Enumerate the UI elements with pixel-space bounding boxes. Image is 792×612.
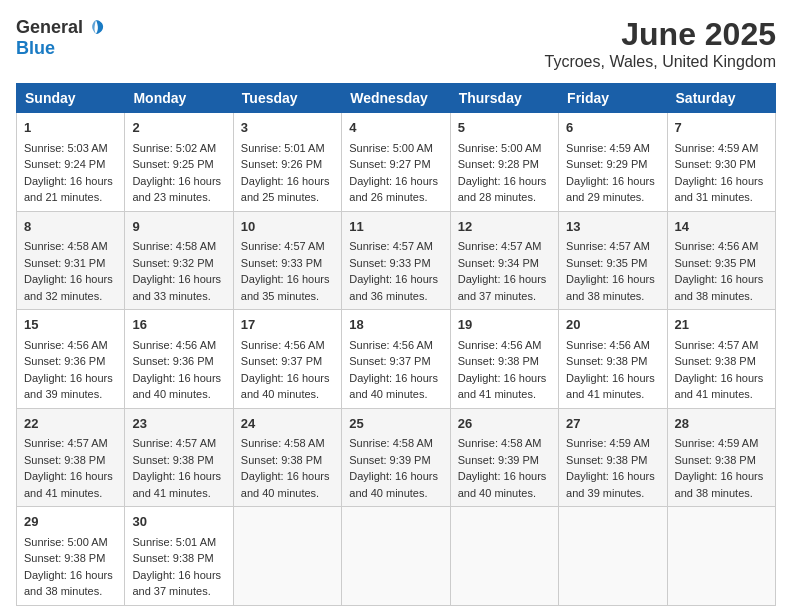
calendar-cell: 1Sunrise: 5:03 AMSunset: 9:24 PMDaylight… <box>17 113 125 212</box>
sunrise-text: Sunrise: 4:56 AM <box>132 339 216 351</box>
daylight-text: Daylight: 16 hours and 39 minutes. <box>566 470 655 499</box>
calendar-cell: 29Sunrise: 5:00 AMSunset: 9:38 PMDayligh… <box>17 507 125 606</box>
daylight-text: Daylight: 16 hours and 38 minutes. <box>675 470 764 499</box>
day-number: 22 <box>24 414 117 434</box>
sunset-text: Sunset: 9:27 PM <box>349 158 430 170</box>
calendar-cell: 16Sunrise: 4:56 AMSunset: 9:36 PMDayligh… <box>125 310 233 409</box>
calendar-cell: 20Sunrise: 4:56 AMSunset: 9:38 PMDayligh… <box>559 310 667 409</box>
sunrise-text: Sunrise: 5:03 AM <box>24 142 108 154</box>
sunrise-text: Sunrise: 4:59 AM <box>675 142 759 154</box>
header-thursday: Thursday <box>450 84 558 113</box>
sunset-text: Sunset: 9:38 PM <box>24 552 105 564</box>
daylight-text: Daylight: 16 hours and 35 minutes. <box>241 273 330 302</box>
day-number: 10 <box>241 217 334 237</box>
sunrise-text: Sunrise: 5:02 AM <box>132 142 216 154</box>
daylight-text: Daylight: 16 hours and 41 minutes. <box>132 470 221 499</box>
calendar-cell: 22Sunrise: 4:57 AMSunset: 9:38 PMDayligh… <box>17 408 125 507</box>
sunrise-text: Sunrise: 4:56 AM <box>241 339 325 351</box>
calendar-cell: 2Sunrise: 5:02 AMSunset: 9:25 PMDaylight… <box>125 113 233 212</box>
sunset-text: Sunset: 9:38 PM <box>566 454 647 466</box>
sunset-text: Sunset: 9:24 PM <box>24 158 105 170</box>
calendar-cell: 13Sunrise: 4:57 AMSunset: 9:35 PMDayligh… <box>559 211 667 310</box>
header-tuesday: Tuesday <box>233 84 341 113</box>
sunrise-text: Sunrise: 4:59 AM <box>566 142 650 154</box>
daylight-text: Daylight: 16 hours and 36 minutes. <box>349 273 438 302</box>
location-title: Tycroes, Wales, United Kingdom <box>545 53 777 71</box>
daylight-text: Daylight: 16 hours and 37 minutes. <box>458 273 547 302</box>
sunset-text: Sunset: 9:29 PM <box>566 158 647 170</box>
sunset-text: Sunset: 9:33 PM <box>241 257 322 269</box>
day-number: 27 <box>566 414 659 434</box>
header: General Blue June 2025 Tycroes, Wales, U… <box>16 16 776 71</box>
calendar-cell: 24Sunrise: 4:58 AMSunset: 9:38 PMDayligh… <box>233 408 341 507</box>
calendar-cell <box>450 507 558 606</box>
calendar-week-row: 29Sunrise: 5:00 AMSunset: 9:38 PMDayligh… <box>17 507 776 606</box>
sunset-text: Sunset: 9:38 PM <box>241 454 322 466</box>
calendar-cell: 15Sunrise: 4:56 AMSunset: 9:36 PMDayligh… <box>17 310 125 409</box>
calendar-week-row: 22Sunrise: 4:57 AMSunset: 9:38 PMDayligh… <box>17 408 776 507</box>
day-number: 12 <box>458 217 551 237</box>
day-number: 3 <box>241 118 334 138</box>
sunrise-text: Sunrise: 5:00 AM <box>458 142 542 154</box>
daylight-text: Daylight: 16 hours and 21 minutes. <box>24 175 113 204</box>
sunrise-text: Sunrise: 5:00 AM <box>349 142 433 154</box>
sunrise-text: Sunrise: 4:57 AM <box>132 437 216 449</box>
sunset-text: Sunset: 9:34 PM <box>458 257 539 269</box>
day-number: 8 <box>24 217 117 237</box>
calendar-cell: 21Sunrise: 4:57 AMSunset: 9:38 PMDayligh… <box>667 310 775 409</box>
sunrise-text: Sunrise: 5:01 AM <box>241 142 325 154</box>
logo: General Blue <box>16 16 107 59</box>
daylight-text: Daylight: 16 hours and 25 minutes. <box>241 175 330 204</box>
calendar-cell: 30Sunrise: 5:01 AMSunset: 9:38 PMDayligh… <box>125 507 233 606</box>
daylight-text: Daylight: 16 hours and 39 minutes. <box>24 372 113 401</box>
day-number: 20 <box>566 315 659 335</box>
sunset-text: Sunset: 9:37 PM <box>241 355 322 367</box>
calendar-cell: 6Sunrise: 4:59 AMSunset: 9:29 PMDaylight… <box>559 113 667 212</box>
title-section: June 2025 Tycroes, Wales, United Kingdom <box>545 16 777 71</box>
sunset-text: Sunset: 9:35 PM <box>675 257 756 269</box>
sunrise-text: Sunrise: 4:56 AM <box>566 339 650 351</box>
header-wednesday: Wednesday <box>342 84 450 113</box>
day-number: 30 <box>132 512 225 532</box>
day-number: 29 <box>24 512 117 532</box>
day-number: 15 <box>24 315 117 335</box>
daylight-text: Daylight: 16 hours and 41 minutes. <box>24 470 113 499</box>
sunset-text: Sunset: 9:26 PM <box>241 158 322 170</box>
day-number: 9 <box>132 217 225 237</box>
sunset-text: Sunset: 9:38 PM <box>132 552 213 564</box>
calendar-cell: 28Sunrise: 4:59 AMSunset: 9:38 PMDayligh… <box>667 408 775 507</box>
day-number: 28 <box>675 414 768 434</box>
calendar-cell: 8Sunrise: 4:58 AMSunset: 9:31 PMDaylight… <box>17 211 125 310</box>
daylight-text: Daylight: 16 hours and 28 minutes. <box>458 175 547 204</box>
daylight-text: Daylight: 16 hours and 41 minutes. <box>458 372 547 401</box>
calendar-cell <box>342 507 450 606</box>
calendar-cell: 18Sunrise: 4:56 AMSunset: 9:37 PMDayligh… <box>342 310 450 409</box>
daylight-text: Daylight: 16 hours and 37 minutes. <box>132 569 221 598</box>
calendar-cell: 14Sunrise: 4:56 AMSunset: 9:35 PMDayligh… <box>667 211 775 310</box>
sunrise-text: Sunrise: 4:57 AM <box>241 240 325 252</box>
calendar-cell: 3Sunrise: 5:01 AMSunset: 9:26 PMDaylight… <box>233 113 341 212</box>
sunset-text: Sunset: 9:30 PM <box>675 158 756 170</box>
calendar-week-row: 1Sunrise: 5:03 AMSunset: 9:24 PMDaylight… <box>17 113 776 212</box>
day-number: 16 <box>132 315 225 335</box>
calendar-cell: 17Sunrise: 4:56 AMSunset: 9:37 PMDayligh… <box>233 310 341 409</box>
daylight-text: Daylight: 16 hours and 38 minutes. <box>675 273 764 302</box>
daylight-text: Daylight: 16 hours and 33 minutes. <box>132 273 221 302</box>
day-number: 7 <box>675 118 768 138</box>
sunset-text: Sunset: 9:38 PM <box>458 355 539 367</box>
day-number: 6 <box>566 118 659 138</box>
sunset-text: Sunset: 9:38 PM <box>675 355 756 367</box>
sunrise-text: Sunrise: 4:56 AM <box>24 339 108 351</box>
sunrise-text: Sunrise: 4:58 AM <box>241 437 325 449</box>
calendar-header-row: Sunday Monday Tuesday Wednesday Thursday… <box>17 84 776 113</box>
calendar-cell: 4Sunrise: 5:00 AMSunset: 9:27 PMDaylight… <box>342 113 450 212</box>
daylight-text: Daylight: 16 hours and 40 minutes. <box>349 470 438 499</box>
calendar-cell: 10Sunrise: 4:57 AMSunset: 9:33 PMDayligh… <box>233 211 341 310</box>
calendar-cell: 7Sunrise: 4:59 AMSunset: 9:30 PMDaylight… <box>667 113 775 212</box>
sunset-text: Sunset: 9:39 PM <box>458 454 539 466</box>
sunrise-text: Sunrise: 4:58 AM <box>349 437 433 449</box>
calendar-table: Sunday Monday Tuesday Wednesday Thursday… <box>16 83 776 606</box>
sunset-text: Sunset: 9:38 PM <box>132 454 213 466</box>
calendar-cell: 11Sunrise: 4:57 AMSunset: 9:33 PMDayligh… <box>342 211 450 310</box>
daylight-text: Daylight: 16 hours and 40 minutes. <box>132 372 221 401</box>
